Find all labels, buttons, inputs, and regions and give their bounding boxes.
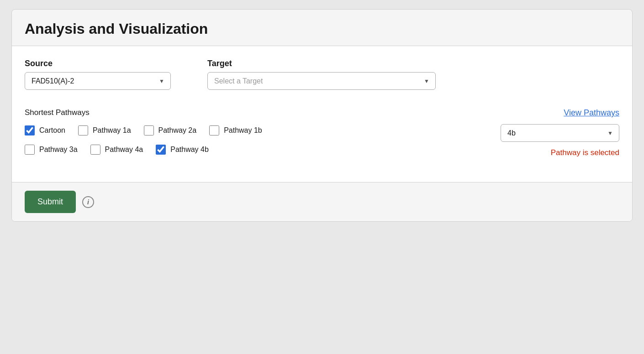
- checkbox-cartoon-input[interactable]: [25, 125, 35, 135]
- submit-button[interactable]: Submit: [25, 191, 76, 213]
- checkbox-cartoon[interactable]: Cartoon: [25, 125, 65, 135]
- checkbox-pathway2a-input[interactable]: [144, 125, 154, 135]
- checkbox-pathway1b[interactable]: Pathway 1b: [209, 125, 262, 135]
- target-select[interactable]: Select a Target: [207, 72, 436, 90]
- pathways-section: Shortest Pathways Cartoon Pathway 1a Pat…: [25, 108, 619, 164]
- info-icon[interactable]: i: [82, 196, 94, 208]
- checkbox-pathway4b[interactable]: Pathway 4b: [156, 145, 209, 155]
- source-label: Source: [25, 59, 171, 68]
- pathway-dropdown-wrapper: 4a 4b 1a 1b 2a 3a: [501, 124, 619, 142]
- checkboxes-row-2: Pathway 3a Pathway 4a Pathway 4b: [25, 145, 491, 155]
- target-field-group: Target Select a Target: [207, 59, 436, 90]
- target-select-wrapper: Select a Target: [207, 72, 436, 90]
- card-body: Source FAD510(A)-2 Target Select a Targe…: [12, 46, 632, 182]
- checkbox-pathway4a[interactable]: Pathway 4a: [90, 145, 143, 155]
- checkbox-pathway4b-label: Pathway 4b: [170, 146, 209, 154]
- checkbox-pathway4b-input[interactable]: [156, 145, 166, 155]
- pathway-dropdown[interactable]: 4a 4b 1a 1b 2a 3a: [501, 124, 619, 142]
- card-header: Analysis and Visualization: [12, 10, 632, 46]
- checkbox-pathway2a[interactable]: Pathway 2a: [144, 125, 197, 135]
- checkbox-pathway3a[interactable]: Pathway 3a: [25, 145, 78, 155]
- checkbox-pathway1a[interactable]: Pathway 1a: [78, 125, 131, 135]
- card-footer: Submit i: [12, 182, 632, 221]
- checkbox-pathway4a-input[interactable]: [90, 145, 100, 155]
- checkbox-pathway2a-label: Pathway 2a: [158, 126, 197, 135]
- target-label: Target: [207, 59, 436, 68]
- pathways-left: Shortest Pathways Cartoon Pathway 1a Pat…: [25, 108, 491, 164]
- source-field-group: Source FAD510(A)-2: [25, 59, 171, 90]
- checkbox-pathway3a-label: Pathway 3a: [39, 146, 78, 154]
- checkbox-pathway1b-input[interactable]: [209, 125, 219, 135]
- page-title: Analysis and Visualization: [25, 21, 619, 37]
- info-icon-label: i: [87, 198, 89, 206]
- pathways-right: View Pathways 4a 4b 1a 1b 2a 3a Pathway …: [491, 108, 619, 157]
- view-pathways-link[interactable]: View Pathways: [564, 108, 619, 118]
- checkbox-pathway1a-input[interactable]: [78, 125, 88, 135]
- source-select-wrapper: FAD510(A)-2: [25, 72, 171, 90]
- checkbox-pathway4a-label: Pathway 4a: [105, 146, 143, 154]
- checkbox-pathway1b-label: Pathway 1b: [224, 126, 262, 135]
- checkbox-pathway3a-input[interactable]: [25, 145, 35, 155]
- main-card: Analysis and Visualization Source FAD510…: [11, 9, 633, 222]
- source-target-row: Source FAD510(A)-2 Target Select a Targe…: [25, 59, 619, 90]
- checkbox-cartoon-label: Cartoon: [39, 126, 65, 135]
- source-select[interactable]: FAD510(A)-2: [25, 72, 171, 90]
- checkboxes-row-1: Cartoon Pathway 1a Pathway 2a Pathway 1b: [25, 125, 491, 135]
- pathway-selected-message: Pathway is selected: [551, 148, 619, 157]
- pathways-title: Shortest Pathways: [25, 108, 491, 117]
- checkbox-pathway1a-label: Pathway 1a: [93, 126, 131, 135]
